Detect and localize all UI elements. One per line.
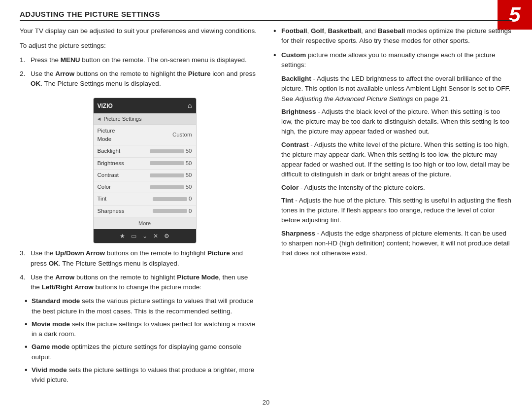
tv-breadcrumb: ◄ Picture Settings	[94, 113, 196, 125]
mode-standard-text: Standard mode sets the various picture s…	[32, 296, 259, 316]
tv-row-contrast: Contrast 50	[94, 169, 196, 181]
step-4-text: Use the Arrow buttons on the remote to h…	[31, 273, 259, 293]
step-4-num: 4.	[20, 273, 31, 293]
intro-text: Your TV display can be adjusted to suit …	[20, 26, 259, 36]
step-3-text: Use the Up/Down Arrow buttons on the rem…	[31, 248, 259, 269]
tv-cell-label: Sharpness	[94, 205, 131, 217]
step-1-num: 1.	[20, 55, 31, 65]
tv-cell-value: 50	[131, 145, 196, 157]
mode-bullet-movie: • Movie mode sets the picture settings t…	[25, 319, 259, 340]
two-columns: Your TV display can be adjusted to suit …	[20, 26, 512, 388]
step-3-num: 3.	[20, 248, 31, 269]
right-bullet-custom: • Custom picture mode allows you to manu…	[273, 50, 512, 70]
mode-bullet-game: • Game mode optimizes the picture settin…	[25, 342, 259, 362]
step-2-text: Use the Arrow buttons on the remote to h…	[31, 69, 259, 89]
tv-more-button[interactable]: More	[94, 217, 196, 230]
tv-brightness-slider	[150, 161, 184, 165]
bullet-dot: •	[25, 342, 32, 362]
tv-menu-mockup: VIZIO ⌂ ◄ Picture Settings Picture Mode …	[93, 98, 197, 243]
bullet-dot: •	[25, 365, 32, 385]
tv-star-icon[interactable]: ★	[120, 232, 125, 240]
para-color: Color - Adjusts the intensity of the pic…	[281, 183, 512, 193]
tv-cell-label: Picture Mode	[94, 125, 131, 145]
bullet-dot: •	[25, 296, 32, 316]
mode-movie-text: Movie mode sets the picture settings to …	[32, 319, 259, 340]
tv-menu-step: VIZIO ⌂ ◄ Picture Settings Picture Mode …	[20, 93, 259, 248]
para-contrast: Contrast - Adjusts the white level of th…	[281, 140, 512, 180]
sports-modes-text: Football, Golf, Basketball, and Baseball…	[281, 26, 512, 46]
mode-bullet-vivid: • Vivid mode sets the picture settings t…	[25, 365, 259, 385]
tv-settings-table: Picture Mode Custom Backlight 50	[94, 125, 196, 217]
right-column: • Football, Golf, Basketball, and Baseba…	[273, 26, 512, 388]
tv-cell-value: 50	[131, 157, 196, 169]
para-backlight: Backlight - Adjusts the LED brightness t…	[281, 74, 512, 104]
tv-input-icon[interactable]: ▭	[131, 232, 136, 240]
tv-breadcrumb-arrow: ◄	[97, 115, 102, 123]
tv-cell-value: 50	[131, 169, 196, 181]
step-1-text: Press the MENU button on the remote. The…	[31, 55, 259, 65]
tv-bottom-bar: ★ ▭ ⌄ ✕ ⚙	[94, 229, 196, 243]
tv-down-icon[interactable]: ⌄	[142, 232, 147, 240]
tv-cell-label: Tint	[94, 193, 131, 205]
steps-list: 1. Press the MENU button on the remote. …	[20, 55, 259, 293]
custom-settings-paras: Backlight - Adjusts the LED brightness t…	[273, 74, 512, 258]
mode-bullets-list: • Standard mode sets the various picture…	[20, 296, 259, 385]
page-footer: 20	[0, 399, 532, 406]
tv-settings-icon[interactable]: ⚙	[164, 232, 169, 240]
tv-row-sharpness: Sharpness 0	[94, 205, 196, 217]
mode-bullet-standard: • Standard mode sets the various picture…	[25, 296, 259, 316]
mode-game-text: Game mode optimizes the picture settings…	[32, 342, 259, 362]
tv-cell-label: Color	[94, 181, 131, 193]
tv-row-tint: Tint 0	[94, 193, 196, 205]
tv-cell-value: 0	[131, 193, 196, 205]
tv-cell-label: Contrast	[94, 169, 131, 181]
para-tint: Tint - Adjusts the hue of the picture. T…	[281, 196, 512, 226]
tv-cell-value: 50	[131, 181, 196, 193]
mode-vivid-text: Vivid mode sets the picture settings to …	[32, 365, 259, 385]
para-sharpness: Sharpness - Adjusts the edge sharpness o…	[281, 229, 512, 259]
bullet-dot: •	[273, 50, 281, 70]
tv-brand-label: VIZIO	[98, 102, 113, 110]
tv-color-slider	[150, 185, 184, 189]
section-heading: ADJUSTING THE PICTURE SETTINGS	[20, 10, 512, 21]
tv-home-icon: ⌂	[188, 101, 192, 111]
right-bullets-list: • Football, Golf, Basketball, and Baseba…	[273, 26, 512, 70]
step-2-num: 2.	[20, 69, 31, 89]
tv-backlight-slider	[150, 149, 184, 153]
tv-exit-icon[interactable]: ✕	[153, 232, 158, 240]
tv-contrast-slider	[150, 173, 184, 177]
tv-cell-value: Custom	[131, 125, 196, 145]
tv-sharpness-slider	[153, 209, 187, 213]
bullet-dot: •	[273, 26, 281, 46]
tv-cell-label: Brightness	[94, 157, 131, 169]
tv-breadcrumb-label: Picture Settings	[103, 115, 141, 123]
left-column: Your TV display can be adjusted to suit …	[20, 26, 259, 388]
tv-tint-slider	[153, 197, 187, 201]
tv-row-color: Color 50	[94, 181, 196, 193]
tv-cell-label: Backlight	[94, 145, 131, 157]
tv-row-picture-mode: Picture Mode Custom	[94, 125, 196, 145]
custom-mode-text: Custom picture mode allows you to manual…	[281, 50, 512, 70]
right-bullet-sports: • Football, Golf, Basketball, and Baseba…	[273, 26, 512, 46]
step-2: 2. Use the Arrow buttons on the remote t…	[20, 69, 259, 89]
tv-cell-value: 0	[131, 205, 196, 217]
step-1: 1. Press the MENU button on the remote. …	[20, 55, 259, 65]
step-3: 3. Use the Up/Down Arrow buttons on the …	[20, 248, 259, 269]
tv-row-backlight: Backlight 50	[94, 145, 196, 157]
steps-label: To adjust the picture settings:	[20, 41, 259, 51]
step-4: 4. Use the Arrow buttons on the remote t…	[20, 273, 259, 293]
para-brightness: Brightness - Adjusts the black level of …	[281, 107, 512, 137]
main-content: ADJUSTING THE PICTURE SETTINGS Your TV d…	[20, 10, 512, 396]
tv-row-brightness: Brightness 50	[94, 157, 196, 169]
step-spacer	[20, 93, 31, 248]
footer-page-number: 20	[263, 399, 269, 406]
bullet-dot: •	[25, 319, 32, 340]
tv-menu-top-bar: VIZIO ⌂	[94, 98, 196, 113]
